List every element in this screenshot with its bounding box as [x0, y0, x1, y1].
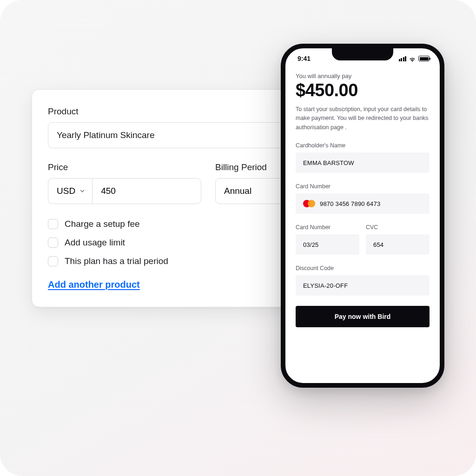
cardnumber-value: 9870 3456 7890 6473 [320, 200, 380, 207]
pay-description: To start your subscription, input your c… [296, 105, 430, 132]
option-label: Charge a setup fee [65, 219, 140, 229]
price-label: Price [48, 162, 201, 172]
chevron-down-icon [79, 188, 86, 194]
signal-icon [399, 56, 407, 61]
checkbox-icon [48, 238, 58, 248]
billing-period-value: Annual [224, 186, 251, 196]
currency-value: USD [57, 186, 75, 196]
mastercard-icon [303, 200, 315, 207]
battery-icon [418, 56, 430, 61]
currency-select[interactable]: USD [48, 178, 92, 204]
phone-notch [332, 48, 393, 60]
checkbox-icon [48, 219, 58, 229]
pay-amount: $450.00 [296, 80, 430, 100]
expiry-input[interactable]: 03/25 [296, 234, 359, 255]
option-label: This plan has a trial period [65, 256, 168, 266]
cardnumber-label: Card Number [296, 183, 430, 190]
wifi-icon [409, 56, 416, 61]
cardholder-label: Cardholder's Name [296, 142, 430, 149]
expiry-value: 03/25 [303, 241, 319, 248]
price-input[interactable]: 450 [92, 178, 201, 204]
discount-label: Discount Code [296, 265, 430, 271]
expiry-label: Card Number [296, 224, 359, 231]
add-another-product-link[interactable]: Add another product [48, 279, 140, 290]
cardholder-value: EMMA BARSTOW [303, 159, 354, 166]
status-time: 9:41 [298, 55, 311, 62]
checkbox-icon [48, 256, 58, 266]
option-label: Add usage limit [65, 238, 125, 248]
price-value: 450 [101, 186, 116, 196]
cvc-value: 654 [373, 241, 383, 248]
cvc-label: CVC [366, 224, 430, 231]
cardnumber-input[interactable]: 9870 3456 7890 6473 [296, 193, 430, 214]
discount-value: ELYSIA-20-OFF [303, 282, 348, 289]
pay-caption: You will annually pay [296, 73, 430, 79]
discount-input[interactable]: ELYSIA-20-OFF [296, 275, 430, 296]
phone-mockup: 9:41 You will annually pay $450.00 To st… [281, 44, 444, 388]
pay-button[interactable]: Pay now with Bird [296, 306, 430, 327]
pay-button-label: Pay now with Bird [335, 313, 391, 320]
canvas: Product Price USD 450 Bil [0, 0, 476, 476]
cardholder-input[interactable]: EMMA BARSTOW [296, 152, 430, 173]
cvc-input[interactable]: 654 [366, 234, 430, 255]
